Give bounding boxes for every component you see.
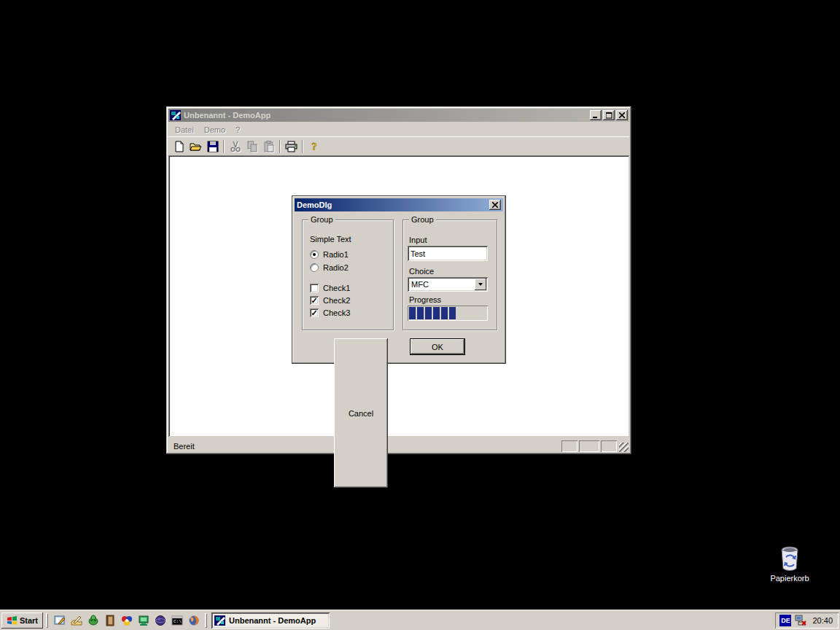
system-tray: DE 20:40: [775, 612, 839, 629]
language-indicator[interactable]: DE: [779, 615, 791, 626]
maximize-button[interactable]: [603, 110, 615, 120]
minimize-icon: [593, 112, 599, 118]
check2-box[interactable]: ✓: [310, 296, 319, 305]
save-icon: [207, 141, 219, 152]
check3-box[interactable]: ✓: [310, 308, 319, 317]
cut-button[interactable]: [227, 139, 244, 155]
left-groupbox-label: Group: [308, 215, 335, 224]
toolbar-separator: [223, 140, 225, 153]
radio1-circle[interactable]: [310, 250, 319, 259]
quicklaunch-show-desktop-button[interactable]: [51, 612, 68, 629]
open-folder-icon: [190, 141, 202, 152]
save-button[interactable]: [204, 139, 221, 155]
firefox-icon: [188, 615, 200, 626]
svg-text:C:\: C:\: [174, 619, 182, 624]
quicklaunch-green-computer-button[interactable]: [135, 612, 152, 629]
menu-help[interactable]: ?: [230, 124, 245, 136]
paste-button[interactable]: [260, 139, 277, 155]
close-icon: [619, 112, 625, 118]
dialog-titlebar[interactable]: DemoDlg: [295, 198, 503, 211]
taskbar-app-label: Unbenannt - DemoApp: [229, 616, 316, 625]
status-pane: [561, 440, 578, 452]
statusbar: Bereit: [168, 439, 629, 452]
dialog-close-button[interactable]: [489, 200, 501, 210]
new-document-button[interactable]: [171, 139, 187, 155]
maximize-icon: [606, 112, 612, 119]
print-button[interactable]: [283, 139, 300, 155]
recycle-bin-icon: [777, 545, 802, 572]
quicklaunch-command-prompt-button[interactable]: C:\: [168, 612, 185, 629]
menubar: Datei Demo ?: [168, 122, 629, 136]
toolbar: ?: [168, 136, 629, 155]
radio-dot: [313, 253, 316, 256]
cancel-button[interactable]: Cancel: [334, 338, 388, 488]
quicklaunch-pen-pad-button[interactable]: [68, 612, 85, 629]
start-button-label: Start: [20, 616, 38, 625]
menu-datei[interactable]: Datei: [170, 124, 199, 136]
radio2-control[interactable]: Radio2: [310, 263, 349, 272]
pen-pad-icon: [71, 615, 82, 626]
taskbar-handle[interactable]: [46, 613, 48, 628]
quicklaunch-bug-button[interactable]: [85, 612, 101, 629]
start-button[interactable]: Start: [1, 612, 43, 629]
copy-button[interactable]: [244, 139, 260, 155]
help-icon: ?: [310, 141, 319, 152]
dialog-body: Group Simple Text Radio1 Radio2 ✓ Check1…: [295, 211, 503, 361]
choice-combobox[interactable]: MFC: [408, 277, 488, 292]
resize-grip[interactable]: [619, 443, 629, 452]
status-pane: [601, 440, 617, 452]
show-desktop-icon: [54, 615, 66, 626]
progress-bar: [408, 306, 488, 321]
command-prompt-icon: C:\: [171, 615, 183, 626]
paste-icon: [263, 141, 275, 152]
left-groupbox: Group Simple Text Radio1 Radio2 ✓ Check1…: [302, 219, 394, 330]
ok-button-label: OK: [432, 343, 443, 351]
taskbar-app-button[interactable]: Unbenannt - DemoApp: [211, 612, 330, 629]
app-icon: [170, 109, 182, 121]
ok-button[interactable]: OK: [410, 338, 465, 355]
radio1-control[interactable]: Radio1: [310, 250, 349, 259]
tray-clock[interactable]: 20:40: [811, 616, 833, 625]
purple-globe-icon: [155, 615, 166, 626]
taskbar-handle[interactable]: [205, 613, 207, 628]
close-button[interactable]: [616, 110, 628, 120]
svg-text:?: ?: [311, 141, 317, 152]
input-field[interactable]: [408, 246, 488, 261]
new-document-icon: [174, 141, 185, 152]
combo-dropdown-button[interactable]: [475, 279, 486, 290]
check1-control[interactable]: ✓ Check1: [310, 284, 350, 292]
app-icon: [214, 615, 226, 626]
bug-icon: [88, 615, 99, 626]
taskbar: Start: [0, 610, 840, 630]
minimize-button[interactable]: [590, 110, 602, 120]
cancel-button-label: Cancel: [349, 409, 373, 418]
quicklaunch-visual-studio-button[interactable]: [118, 612, 135, 629]
check3-control[interactable]: ✓ Check3: [310, 308, 350, 317]
quicklaunch-book-button[interactable]: [101, 612, 118, 629]
choice-value: MFC: [408, 280, 475, 289]
window-title: Unbenannt - DemoApp: [184, 111, 588, 120]
network-disconnected-icon[interactable]: [795, 615, 807, 626]
book-icon: [104, 615, 116, 626]
close-icon: [492, 202, 498, 208]
print-icon: [285, 141, 298, 152]
desktop: Unbenannt - DemoApp Datei Demo ?: [0, 0, 840, 630]
check-mark-icon: ✓: [311, 297, 317, 304]
radio2-circle[interactable]: [310, 263, 319, 272]
recycle-bin-shortcut[interactable]: Papierkorb: [764, 545, 815, 583]
check1-box[interactable]: ✓: [310, 284, 319, 292]
toolbar-separator: [302, 140, 303, 153]
open-folder-button[interactable]: [187, 139, 204, 155]
dialog-title: DemoDlg: [297, 201, 489, 209]
radio2-label: Radio2: [323, 263, 349, 272]
check1-label: Check1: [323, 284, 350, 292]
check2-control[interactable]: ✓ Check2: [310, 296, 350, 305]
quicklaunch-purple-globe-button[interactable]: [152, 612, 168, 629]
quicklaunch-firefox-button[interactable]: [185, 612, 202, 629]
demo-dialog: DemoDlg Group Simple Text Radio1 Radio2: [292, 195, 506, 364]
menu-demo[interactable]: Demo: [199, 124, 230, 136]
help-button[interactable]: ?: [306, 139, 322, 155]
recycle-bin-label: Papierkorb: [764, 574, 815, 583]
app-titlebar[interactable]: Unbenannt - DemoApp: [168, 109, 629, 122]
check-mark-icon: ✓: [311, 309, 317, 316]
